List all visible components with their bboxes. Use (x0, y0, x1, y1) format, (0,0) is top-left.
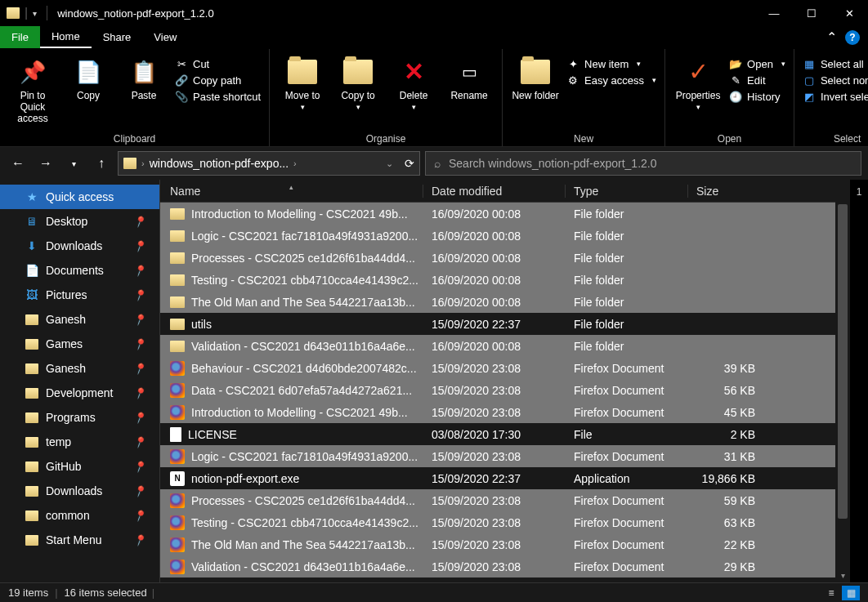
view-details-button[interactable]: ≡ (822, 586, 840, 600)
pin-quick-access-button[interactable]: 📌 Pin to Quick access (8, 54, 57, 124)
file-date: 16/09/2020 00:08 (423, 252, 566, 265)
sidebar-quick-access[interactable]: ★ Quick access (0, 185, 159, 209)
table-row[interactable]: The Old Man and The Sea 5442217aa13b...1… (160, 533, 835, 555)
back-button[interactable]: ← (7, 152, 29, 175)
table-row[interactable]: Processes - CSC2025 ce1d26f61ba44dd4...1… (160, 489, 835, 511)
easy-access-button[interactable]: ⚙Easy access ▾ (566, 74, 656, 87)
table-row[interactable]: utils15/09/2020 22:37File folder (160, 313, 835, 335)
open-button[interactable]: 📂Open ▾ (729, 57, 785, 70)
forward-button[interactable]: → (34, 152, 57, 175)
table-row[interactable]: Processes - CSC2025 ce1d26f61ba44dd4...1… (160, 247, 835, 269)
new-folder-button[interactable]: New folder (511, 54, 560, 101)
file-type: Firefox Document (566, 450, 688, 463)
select-all-button[interactable]: ▦Select all (803, 57, 868, 70)
sidebar-item[interactable]: Development📍 (0, 381, 159, 405)
table-row[interactable]: Introduction to Modelling - CSC2021 49b.… (160, 401, 835, 423)
column-date[interactable]: Date modified (423, 185, 566, 198)
tab-home[interactable]: Home (40, 26, 92, 48)
chevron-right-icon[interactable]: › (141, 158, 145, 168)
copy-to-button[interactable]: Copy to▾ (333, 54, 383, 113)
properties-button[interactable]: ✓Properties▾ (673, 54, 723, 113)
sidebar-item[interactable]: Games📍 (0, 332, 159, 356)
copy-button[interactable]: 📄 Copy (64, 54, 113, 101)
scroll-thumb[interactable] (838, 204, 848, 519)
qat-dropdown-icon[interactable]: ▾ (33, 9, 37, 18)
chevron-right-icon[interactable]: › (293, 158, 297, 168)
file-size: 29 KB (688, 560, 767, 573)
paste-button[interactable]: 📋 Paste (119, 54, 168, 101)
table-row[interactable]: LICENSE03/08/2020 17:30File2 KB (160, 423, 835, 445)
folder-icon (170, 319, 185, 330)
address-dropdown-icon[interactable]: ⌄ (386, 158, 393, 169)
open-group-label: Open (673, 132, 785, 145)
view-icons-button[interactable]: ▦ (842, 586, 860, 600)
edit-button[interactable]: ✎Edit (729, 74, 785, 87)
breadcrumb[interactable]: windows_notion-pdf-expo... (150, 157, 289, 170)
sidebar-item[interactable]: Downloads📍 (0, 479, 159, 503)
refresh-button[interactable]: ⟳ (405, 157, 414, 170)
file-name: The Old Man and The Sea 5442217aa13b... (191, 296, 415, 309)
table-row[interactable]: Validation - CSC2021 d643e011b16a4a6e...… (160, 555, 835, 577)
paste-label: Paste (132, 90, 157, 101)
close-button[interactable]: ✕ (830, 0, 868, 26)
select-none-button[interactable]: ▢Select none (803, 74, 868, 87)
table-row[interactable]: Testing - CSC2021 cbb4710cca4e41439c2...… (160, 511, 835, 533)
sidebar-item[interactable]: temp📍 (0, 430, 159, 454)
pin-icon: 📍 (132, 409, 148, 426)
new-item-button[interactable]: ✦New item ▾ (566, 57, 656, 70)
table-row[interactable]: Logic - CSC2021 fac71810a49f4931a9200...… (160, 445, 835, 467)
tab-file[interactable]: File (0, 26, 40, 48)
copy-to-icon (343, 57, 373, 87)
sidebar-item[interactable]: Ganesh📍 (0, 356, 159, 381)
vertical-scrollbar[interactable]: ▾ (835, 180, 850, 582)
pin-icon: 📍 (132, 213, 148, 230)
history-button[interactable]: 🕘History (729, 90, 785, 103)
table-row[interactable]: Nnotion-pdf-export.exe15/09/2020 22:37Ap… (160, 467, 835, 489)
column-size[interactable]: Size (688, 185, 767, 198)
scroll-down-icon[interactable]: ▾ (835, 568, 850, 582)
invert-selection-button[interactable]: ◩Invert selection (803, 90, 868, 103)
table-row[interactable]: Data - CSC2021 6d07efa57a4d4272a621...15… (160, 379, 835, 401)
sidebar-item[interactable]: 📄Documents📍 (0, 258, 159, 283)
preview-gutter: 1 (850, 180, 868, 582)
column-type[interactable]: Type (566, 185, 688, 198)
sidebar-item[interactable]: GitHub📍 (0, 454, 159, 479)
copy-label: Copy (77, 90, 100, 101)
sidebar-item[interactable]: Programs📍 (0, 405, 159, 430)
rename-button[interactable]: ▭Rename (445, 54, 494, 101)
sidebar-item[interactable]: common📍 (0, 503, 159, 528)
tab-view[interactable]: View (142, 26, 188, 48)
file-date: 16/09/2020 00:08 (423, 274, 566, 287)
sidebar-item[interactable]: ⬇Downloads📍 (0, 234, 159, 258)
search-box[interactable]: ⌕ Search windows_notion-pdf-export_1.2.0 (425, 151, 861, 176)
delete-button[interactable]: ✕Delete▾ (389, 54, 438, 113)
up-button[interactable]: ↑ (90, 152, 113, 175)
table-row[interactable]: Introduction to Modelling - CSC2021 49b.… (160, 203, 835, 225)
sidebar-item[interactable]: 🖥Desktop📍 (0, 209, 159, 234)
sidebar-item[interactable]: Start Menu📍 (0, 528, 159, 552)
minimize-button[interactable]: — (755, 0, 793, 26)
collapse-ribbon-icon[interactable]: ⌃ (826, 29, 837, 45)
tab-share[interactable]: Share (92, 26, 143, 48)
address-bar[interactable]: › windows_notion-pdf-expo... › ⌄ ⟳ (118, 151, 420, 176)
table-row[interactable]: Behaviour - CSC2021 d4d60bde2007482c...1… (160, 357, 835, 379)
select-none-icon: ▢ (803, 74, 816, 87)
table-row[interactable]: The Old Man and The Sea 5442217aa13b...1… (160, 291, 835, 313)
folder-icon (25, 363, 39, 374)
paste-shortcut-button[interactable]: 📎Paste shortcut (175, 90, 261, 103)
recent-dropdown[interactable]: ▾ (62, 152, 85, 175)
sidebar-item[interactable]: Ganesh📍 (0, 307, 159, 332)
sidebar-item[interactable]: 🖼Pictures📍 (0, 283, 159, 307)
table-row[interactable]: Validation - CSC2021 d643e011b16a4a6e...… (160, 335, 835, 357)
sidebar-item-label: GitHub (46, 460, 82, 473)
help-icon[interactable]: ? (845, 30, 860, 45)
table-row[interactable]: Testing - CSC2021 cbb4710cca4e41439c2...… (160, 269, 835, 291)
table-row[interactable]: Logic - CSC2021 fac71810a49f4931a9200...… (160, 225, 835, 247)
file-type: File folder (566, 340, 688, 353)
copy-path-button[interactable]: 🔗Copy path (175, 74, 261, 87)
maximize-button[interactable]: ☐ (793, 0, 830, 26)
column-name[interactable]: ▴Name (160, 185, 423, 198)
file-date: 15/09/2020 23:08 (423, 560, 566, 573)
move-to-button[interactable]: Move to▾ (278, 54, 327, 113)
cut-button[interactable]: ✂Cut (175, 57, 261, 70)
